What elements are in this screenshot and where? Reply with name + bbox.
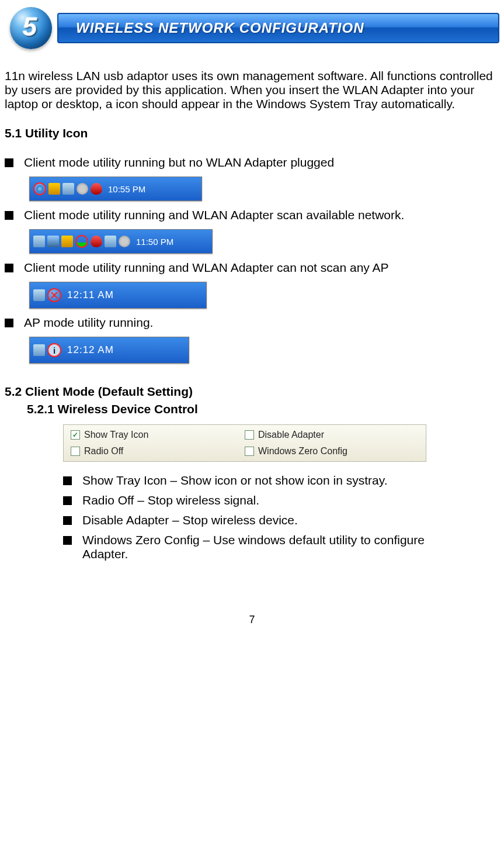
volume-icon <box>77 183 88 195</box>
tray-screenshot-1: 10:55 PM <box>29 177 202 201</box>
description-item: Radio Off – Stop wireless signal. <box>63 493 499 507</box>
shield-icon <box>91 183 102 195</box>
chapter-title-bar: WIRELESS NETWORK CONFIGURATION <box>57 13 499 43</box>
ap-mode-icon: i <box>47 343 61 357</box>
description-item: Show Tray Icon – Show icon or not show i… <box>63 473 499 488</box>
checkbox-box[interactable]: ✓ <box>71 430 80 440</box>
volume-icon <box>119 236 130 247</box>
checkbox-label: Show Tray Icon <box>84 430 148 440</box>
utility-icon-text: Client mode utility running and WLAN Ada… <box>24 208 404 222</box>
bullet-icon <box>63 496 72 505</box>
checkbox-label: Disable Adapter <box>258 430 324 440</box>
net-icon <box>47 236 59 247</box>
checkbox-label: Windows Zero Config <box>258 446 347 457</box>
tray-screenshot-2: 11:50 PM <box>29 229 213 254</box>
utility-icon-item: AP mode utility running. <box>5 316 499 330</box>
bullet-icon <box>5 158 13 167</box>
checkbox-windows-zero[interactable]: Windows Zero Config <box>245 446 419 457</box>
intro-paragraph: 11n wireless LAN usb adaptor uses its ow… <box>5 69 499 111</box>
utility-icon-item: Client mode utility running and WLAN Ada… <box>5 208 499 222</box>
page-number: 7 <box>5 614 499 626</box>
checkbox-radio-off[interactable]: Radio Off <box>71 446 245 457</box>
utility-icon-text: AP mode utility running. <box>24 316 153 330</box>
section-5-2-1-heading: 5.2.1 Wireless Device Control <box>27 402 499 416</box>
monitor-icon <box>33 344 45 356</box>
wlan-disabled-icon <box>33 182 46 195</box>
checkbox-disable-adapter[interactable]: Disable Adapter <box>245 430 419 440</box>
bullet-icon <box>63 476 72 485</box>
chapter-number: 5 <box>23 12 37 42</box>
description-text: Disable Adapter – Stop wireless device. <box>82 513 298 527</box>
checkbox-show-tray[interactable]: ✓ Show Tray Icon <box>71 430 245 440</box>
device-control-panel: ✓ Show Tray Icon Disable Adapter Radio O… <box>63 424 426 462</box>
monitor-icon <box>62 183 74 195</box>
tray-clock: 12:11 AM <box>67 289 114 301</box>
key-icon <box>61 236 73 247</box>
bullet-icon <box>5 211 13 220</box>
chapter-title: WIRELESS NETWORK CONFIGURATION <box>76 20 364 36</box>
tray-screenshot-4: i 12:12 AM <box>29 337 189 364</box>
utility-icon-text: Client mode utility running but no WLAN … <box>24 155 334 170</box>
tray-screenshot-3: 12:11 AM <box>29 282 207 309</box>
tray-clock: 12:12 AM <box>67 344 114 356</box>
wlan-signal-icon <box>75 235 88 248</box>
bullet-icon <box>63 536 72 545</box>
bullet-icon <box>5 319 13 327</box>
description-text: Radio Off – Stop wireless signal. <box>82 493 259 507</box>
shield-icon <box>91 236 102 247</box>
section-5-1-heading: 5.1 Utility Icon <box>5 126 499 140</box>
monitor-icon <box>105 236 116 247</box>
chapter-header: 5 WIRELESS NETWORK CONFIGURATION <box>5 5 499 51</box>
description-text: Show Tray Icon – Show icon or not show i… <box>82 473 388 488</box>
tray-clock: 10:55 PM <box>108 184 145 194</box>
utility-icon-text: Client mode utility running and WLAN Ada… <box>24 261 389 275</box>
utility-icon-item: Client mode utility running but no WLAN … <box>5 155 499 170</box>
chapter-number-badge: 5 <box>5 5 57 51</box>
checkbox-box[interactable] <box>245 447 254 456</box>
bullet-icon <box>63 516 72 525</box>
monitor-icon <box>33 289 45 301</box>
wlan-noscan-icon <box>47 288 61 302</box>
bullet-icon <box>5 264 13 272</box>
checkbox-box[interactable] <box>71 447 80 456</box>
description-item: Disable Adapter – Stop wireless device. <box>63 513 499 527</box>
section-5-2-heading: 5.2 Client Mode (Default Setting) <box>5 385 499 399</box>
utility-icon-item: Client mode utility running and WLAN Ada… <box>5 261 499 275</box>
monitor-icon <box>33 236 45 247</box>
key-icon <box>48 183 60 195</box>
checkbox-label: Radio Off <box>84 446 123 457</box>
checkbox-box[interactable] <box>245 430 254 440</box>
description-item: Windows Zero Config – Use windows defaul… <box>63 533 499 561</box>
tray-clock: 11:50 PM <box>136 237 173 247</box>
description-text: Windows Zero Config – Use windows defaul… <box>82 533 456 561</box>
